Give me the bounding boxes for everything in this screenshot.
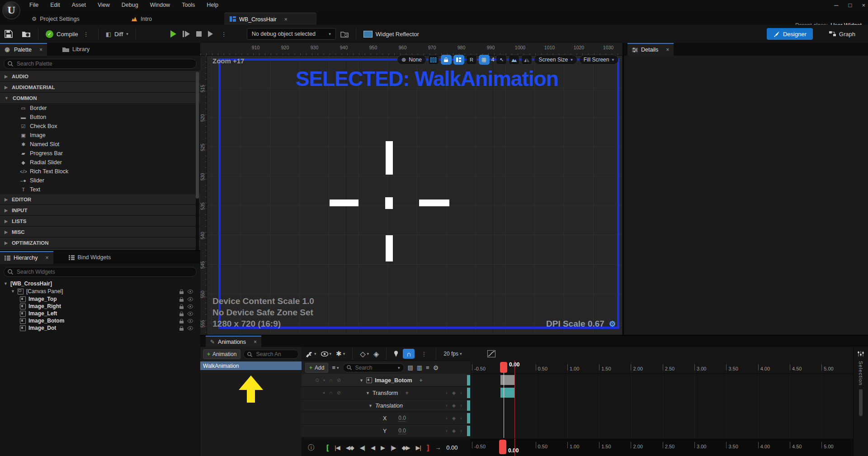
lock-icon[interactable] [179,297,184,302]
hierarchy-search[interactable] [4,267,197,277]
palette-item[interactable]: </>Rich Text Block [0,167,200,176]
mute-icon[interactable]: ⊘ [337,390,341,396]
add-key-diamond-icon[interactable]: ◈ [452,428,456,434]
play-button[interactable] [170,30,176,38]
close-icon[interactable]: × [666,47,669,53]
palette-item[interactable]: ▭Border [0,104,200,113]
track-search[interactable]: ▾ [343,363,404,372]
lock-icon[interactable] [179,289,184,294]
tab-details[interactable]: Details × [627,43,674,56]
diff-button[interactable]: ◧ Diff ▾ [101,25,133,43]
menu-item[interactable]: View [92,0,116,10]
palette-group[interactable]: ▶INPUT [0,205,200,216]
expander-icon[interactable]: ▼ [359,378,363,383]
transport-button[interactable]: ▶ [381,444,385,451]
respect-locks-button[interactable]: R [466,55,477,65]
palette-item[interactable]: –●Slider [0,176,200,185]
menu-item[interactable]: Window [144,0,176,10]
filters-icon[interactable] [858,351,864,358]
hierarchy-image-item[interactable]: Image_Right [0,303,200,310]
graph-mode-button[interactable]: Graph [825,28,860,40]
curve-editor-button[interactable] [487,350,495,357]
frame-skip-button[interactable] [183,31,190,37]
palette-item[interactable]: ▰Progress Bar [0,149,200,158]
add-key-diamond-icon[interactable]: ◈ [452,403,456,408]
palette-item[interactable]: ▣Image [0,131,200,140]
maximize-button[interactable]: □ [849,2,852,9]
transport-button[interactable]: ◆▶ [401,444,410,451]
palette-group[interactable]: ▶AUDIOMATERIAL [0,82,200,93]
menu-item[interactable]: Help [201,0,224,10]
eye-icon[interactable] [188,326,193,330]
menu-item[interactable]: Tools [176,0,201,10]
lock-icon[interactable] [179,304,184,309]
track-row-x[interactable]: X 0.0 ‹◈› [302,412,470,425]
close-icon[interactable]: × [254,339,257,345]
eye-icon[interactable] [188,304,193,309]
prev-key-icon[interactable]: ‹ [446,428,448,434]
range-playhead-handle[interactable] [499,440,506,454]
track-row-image-botom[interactable]: ⊙▪∩⊘ ▼Image_Botom+ [302,374,470,387]
palette-group[interactable]: ▶LISTS [0,216,200,227]
minimize-button[interactable]: ─ [834,2,838,9]
select-cursor-button[interactable]: ↖ [496,55,507,65]
hierarchy-canvas-panel[interactable]: ▼ [Canvas Panel] [0,287,200,295]
pin-icon[interactable]: ⊙ [315,377,319,383]
menu-item[interactable]: Debug [116,0,144,10]
dashed-outline-toggle[interactable] [428,55,439,65]
screen-size-dropdown[interactable]: Screen Size▾ [534,55,577,65]
hierarchy-image-item[interactable]: Image_Botom [0,317,200,324]
playhead-handle[interactable] [500,362,507,373]
save-button[interactable] [0,25,17,43]
prev-key-icon[interactable]: ‹ [446,403,448,408]
lock-icon[interactable]: ▪ [323,377,325,383]
range-end-bracket[interactable]: ] [427,444,429,452]
close-icon[interactable]: × [46,255,49,261]
transport-button[interactable]: ◀| [360,444,365,451]
snapping-toggle[interactable]: ∩ [403,349,415,359]
expanded-view-icon[interactable]: ▥ [417,364,422,371]
playback-options-button[interactable]: ✱▾ [336,350,345,358]
tab-palette[interactable]: Palette × [0,43,47,56]
advance-button[interactable] [208,31,213,37]
fps-dropdown[interactable]: 20 fps▾ [443,351,462,357]
section-range-transform[interactable] [500,388,514,398]
palette-group-common[interactable]: ▼COMMON [0,93,200,104]
solo-icon[interactable]: ∩ [329,390,333,396]
y-value-field[interactable]: 0.0 [398,428,406,434]
dpi-settings-gear-icon[interactable]: ⚙ [609,319,616,329]
compile-options-icon[interactable]: ⋮ [81,31,91,38]
designer-mode-button[interactable]: Designer [767,28,813,40]
palette-item[interactable]: ▬Button [0,113,200,122]
keyframe-options-button[interactable]: ◇▾ [360,350,369,358]
preview-background-button[interactable] [509,55,520,65]
crosshair-image-dot[interactable] [385,197,393,209]
auto-key-button[interactable]: ◈ [373,350,379,358]
tab-close-icon[interactable]: × [284,16,288,23]
next-key-icon[interactable]: › [460,403,462,408]
fill-screen-dropdown[interactable]: Fill Screen▾ [579,55,618,65]
next-key-icon[interactable]: › [460,390,462,396]
solo-icon[interactable]: ∩ [329,377,333,383]
snap-options-icon[interactable]: ⋮ [419,351,429,357]
lock-icon[interactable] [179,311,184,316]
track-row-y[interactable]: Y 0.0 ‹◈› [302,425,470,437]
close-button[interactable]: × [862,2,865,9]
current-time-display[interactable]: 0.00 [446,444,458,451]
widget-reflector-button[interactable]: Widget Reflector [359,25,424,43]
transport-button[interactable]: ▶| [415,444,420,451]
crosshair-image-left[interactable] [330,200,359,206]
next-key-icon[interactable]: › [460,428,462,434]
vertical-scrollbar[interactable] [859,389,863,416]
transport-button[interactable]: |◀ [335,444,340,451]
add-key-diamond-icon[interactable]: ◈ [452,415,456,421]
crosshair-image-bottom[interactable] [386,235,393,261]
info-icon[interactable]: ⓘ [308,444,314,452]
hierarchy-image-item[interactable]: Image_Dot [0,324,200,332]
animation-search[interactable] [243,350,299,359]
palette-item[interactable]: ◆Radial Slider [0,158,200,167]
add-key-icon[interactable]: + [405,390,408,396]
flip-preview-button[interactable] [522,55,533,65]
palette-group[interactable]: ▶MISC [0,227,200,238]
add-key-diamond-icon[interactable]: ◈ [452,390,456,396]
